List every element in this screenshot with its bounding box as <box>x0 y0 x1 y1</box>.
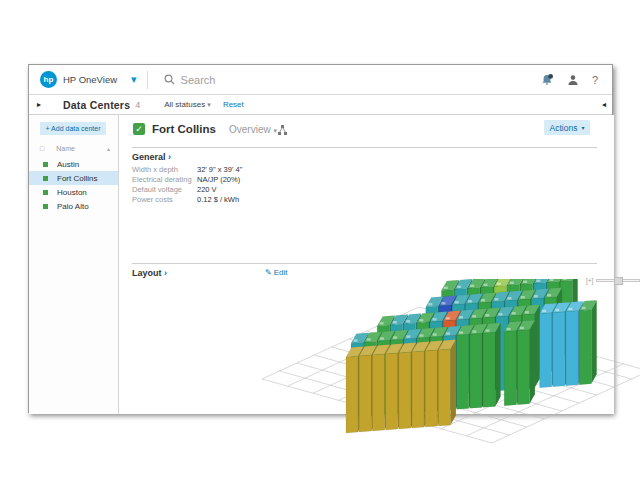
rack-top-label <box>433 333 437 335</box>
main-panel: ✓ Fort Collins Overview ▾ Actions▾ Gener… <box>119 115 614 414</box>
rack-top-label <box>441 302 445 304</box>
rack-top-label <box>446 332 450 334</box>
rack-top-label <box>582 307 586 309</box>
status-ok-icon <box>43 190 48 195</box>
rack-top-label <box>486 329 490 331</box>
field-label: Electrical derating <box>132 175 197 184</box>
rack-top-label <box>485 314 489 316</box>
rack-face[interactable] <box>412 351 424 428</box>
chevron-down-icon: ▾ <box>581 124 584 131</box>
rack-top-label <box>497 283 501 285</box>
rack-face[interactable] <box>438 349 450 426</box>
actions-button[interactable]: Actions▾ <box>544 120 590 135</box>
rack-top-label <box>459 331 463 333</box>
data-center-name: Austin <box>57 160 79 169</box>
zoom-slider: [+] [-] <box>586 277 640 284</box>
status-ok-icon <box>43 176 48 181</box>
rack-face[interactable] <box>540 313 552 388</box>
sidebar-item-austin[interactable]: Austin <box>29 157 118 171</box>
general-field-row: Electrical deratingNA/JP (20%) <box>132 174 432 184</box>
rack-face[interactable] <box>470 333 482 408</box>
field-label: Power costs <box>132 195 197 204</box>
layout-section-heading[interactable]: Layout › <box>132 268 167 278</box>
sidebar-item-houston[interactable]: Houston <box>29 185 118 199</box>
zoom-slider-track[interactable] <box>596 279 640 282</box>
status-filter-dropdown[interactable]: All statuses ▾ <box>164 100 211 109</box>
top-bar: hp HP OneView ▾ ? <box>29 65 612 95</box>
field-value: 0.12 $ / kWh <box>197 195 239 204</box>
search-icon <box>164 74 175 85</box>
brand-menu-chevron-icon[interactable]: ▾ <box>131 73 137 86</box>
search-input[interactable] <box>181 74 481 86</box>
rack-top-label <box>521 296 525 298</box>
rack-top-label <box>494 298 498 300</box>
reset-filter-link[interactable]: Reset <box>223 100 244 109</box>
rack-top-label <box>393 321 397 323</box>
alerts-bell-icon[interactable] <box>540 73 554 87</box>
rack-face[interactable] <box>517 330 529 405</box>
rack-face[interactable] <box>451 340 456 426</box>
rack-top-label <box>525 311 529 313</box>
sort-asc-icon[interactable]: ▴ <box>107 145 110 152</box>
rack-top-label <box>428 303 432 305</box>
sidebar-item-palo-alto[interactable]: Palo Alto <box>29 199 118 213</box>
rack-face[interactable] <box>504 331 516 406</box>
rack-face[interactable] <box>495 323 500 407</box>
edit-layout-link[interactable]: ✎ Edit <box>265 268 288 277</box>
rack-top-label <box>367 338 371 340</box>
map-view-icon[interactable] <box>277 124 288 136</box>
rack-face[interactable] <box>425 350 437 427</box>
rack-top-label <box>507 328 511 330</box>
rack-face[interactable] <box>359 355 371 432</box>
general-field-row: Default voltage220 V <box>132 184 432 194</box>
rack-top-label <box>406 320 410 322</box>
field-value: 220 V <box>197 185 217 194</box>
rack-top-label <box>520 327 524 329</box>
general-field-row: Power costs0.12 $ / kWh <box>132 194 432 204</box>
status-ok-icon <box>43 162 48 167</box>
zoom-slider-handle[interactable] <box>614 277 623 285</box>
rack-face[interactable] <box>483 332 495 407</box>
app-window: hp HP OneView ▾ ? ▸ Data Center <box>28 64 613 413</box>
rack-face[interactable] <box>372 354 384 431</box>
view-selector-dropdown[interactable]: Overview ▾ <box>229 124 277 135</box>
field-label: Width x depth <box>132 165 197 174</box>
rack-face[interactable] <box>386 353 398 430</box>
rack-top-label <box>420 334 424 336</box>
rack-face[interactable] <box>579 310 591 385</box>
user-icon[interactable] <box>567 74 579 86</box>
zoom-in-label[interactable]: [+] <box>586 277 593 284</box>
rack-face[interactable] <box>346 356 358 433</box>
rack-top-label <box>457 286 461 288</box>
search-box[interactable] <box>156 74 540 86</box>
rack-face[interactable] <box>457 334 469 409</box>
page-title: Data Centers <box>63 99 130 111</box>
data-center-name: Houston <box>57 188 87 197</box>
section-divider <box>132 263 597 264</box>
sidebar: + Add data center □ Name ▴ AustinFort Co… <box>29 115 119 414</box>
field-label: Default voltage <box>132 185 197 194</box>
name-column-header[interactable]: Name <box>56 145 75 152</box>
status-ok-icon: ✓ <box>133 123 145 135</box>
sidebar-item-fort-collins[interactable]: Fort Collins <box>29 171 118 185</box>
general-section-heading[interactable]: General › <box>132 152 171 162</box>
rack-face[interactable] <box>553 312 565 387</box>
rack-top-label <box>470 285 474 287</box>
rack-face[interactable] <box>591 300 596 384</box>
rack-face[interactable] <box>399 352 411 429</box>
data-center-name: Palo Alto <box>57 202 89 211</box>
data-center-3d-layout[interactable] <box>222 279 640 459</box>
rack-face[interactable] <box>530 320 535 404</box>
rack-top-label <box>406 335 410 337</box>
add-data-center-button[interactable]: + Add data center <box>40 122 106 135</box>
item-count: 4 <box>135 100 140 110</box>
help-icon[interactable]: ? <box>592 74 598 86</box>
sidebar-list-header: □ Name ▴ <box>40 143 110 154</box>
detail-title: Fort Collins <box>152 123 216 135</box>
expand-panel-icon[interactable]: ▸ <box>37 100 41 109</box>
rack-face[interactable] <box>566 311 578 386</box>
collapse-panel-icon[interactable]: ◂ <box>602 100 606 109</box>
section-link-arrow-icon: › <box>168 152 171 162</box>
data-center-name: Fort Collins <box>57 174 97 183</box>
rack-face[interactable] <box>535 305 540 389</box>
